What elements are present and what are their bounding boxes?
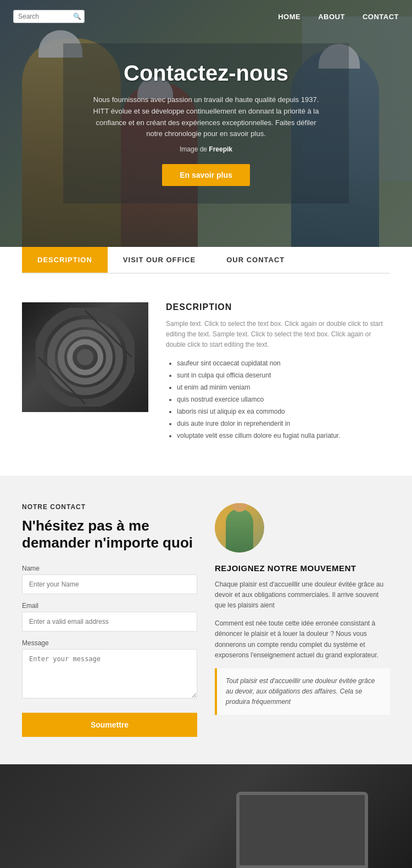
hero-section: Contactez-nous Nous fournissons avec pas… [0,0,412,247]
form-group-message: Message [22,639,197,701]
tab-description[interactable]: DESCRIPTION [22,247,108,273]
description-image [22,302,148,412]
nav-contact[interactable]: CONTACT [363,13,399,21]
hero-content: Contactez-nous Nous fournissons avec pas… [63,43,349,204]
message-textarea[interactable] [22,649,197,698]
search-box[interactable]: 🔍 [13,10,85,23]
form-group-email: Email [22,602,197,632]
description-paragraph: Sample text. Click to select the text bo… [166,319,390,351]
hero-description: Nous fournissons avec passion un travail… [90,94,322,140]
description-list: saufeur sint occaecat cupidatat non sunt… [166,358,390,441]
hero-cta-button[interactable]: En savoir plus [162,164,250,186]
nav-about[interactable]: ABOUT [318,13,345,21]
description-content: DESCRIPTION Sample text. Click to select… [22,302,390,443]
search-icon: 🔍 [73,13,81,20]
description-heading: DESCRIPTION [166,302,390,312]
name-label: Name [22,565,197,572]
list-item: sunt in culpa qui officia deserunt [177,370,390,380]
hero-image-credit: Image de Freepik [90,145,322,153]
submit-button[interactable]: Soumettre [22,713,197,737]
notre-contact-label: NOTRE CONTACT [22,503,197,511]
rejoignez-title: REJOIGNEZ NOTRE MOUVEMENT [215,563,390,573]
svg-point-4 [77,349,93,365]
form-group-name: Name [22,565,197,594]
description-section: DESCRIPTION Sample text. Click to select… [0,291,412,476]
tabs-section: DESCRIPTION VISIT OUR OFFICE OUR CONTACT [0,247,412,274]
spiral-svg [36,308,135,407]
contact-form-column: NOTRE CONTACT N'hésitez pas à me demande… [22,503,197,737]
list-item: quis nostrud exercice ullamco [177,394,390,404]
rejoignez-para-2: Comment est née toute cette idée erronée… [215,618,390,661]
tab-visit-office[interactable]: VISIT OUR OFFICE [108,247,211,273]
tab-our-contact[interactable]: OUR CONTACT [211,247,300,273]
contact-right-column: REJOIGNEZ NOTRE MOUVEMENT Chaque plaisir… [215,503,390,737]
name-input[interactable] [22,574,197,594]
list-item: saufeur sint occaecat cupidatat non [177,358,390,368]
laptop-screen [236,792,368,868]
avatar [215,503,264,553]
nav-links: HOME ABOUT CONTACT [278,13,399,21]
freepik-brand: Freepik [209,145,232,153]
tabs-row: DESCRIPTION VISIT OUR OFFICE OUR CONTACT [22,247,390,274]
message-label: Message [22,639,197,647]
list-item: duis aute irure dolor in reprehenderit i… [177,419,390,429]
list-item: ut enim ad minim veniam [177,382,390,392]
avatar-figure [226,509,253,553]
list-item: laboris nisi ut aliquip ex ea commodo [177,407,390,416]
contact-section: NOTRE CONTACT N'hésitez pas à me demande… [0,476,412,764]
laptop-shape [225,792,379,868]
description-image-inner [22,302,148,412]
quote-block: Tout plaisir est d'accueillir une douleu… [215,668,390,715]
description-text-column: DESCRIPTION Sample text. Click to select… [166,302,390,443]
email-input[interactable] [22,612,197,632]
footer-background-shapes [0,764,412,868]
list-item: voluptate velit esse cillum dolore eu fu… [177,431,390,441]
nav-home[interactable]: HOME [278,13,300,21]
email-label: Email [22,602,197,610]
navbar: 🔍 HOME ABOUT CONTACT [0,0,412,33]
footer-section: 📍 ADRESSE 27 13 Lowe Haven 📱 TÉLÉPHONE +… [0,764,412,868]
search-input[interactable] [18,13,73,20]
contact-headline: N'hésitez pas à me demander n'importe qu… [22,517,197,551]
hero-title: Contactez-nous [90,61,322,86]
avatar-head [232,503,247,512]
rejoignez-para-1: Chaque plaisir est d'accueillir une doul… [215,579,390,611]
